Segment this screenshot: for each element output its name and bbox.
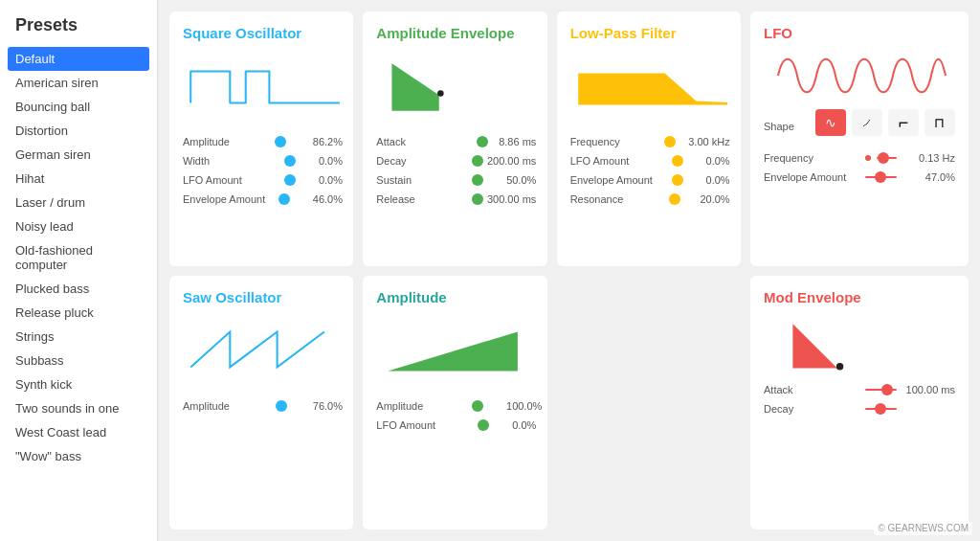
release-label: Release bbox=[376, 193, 472, 205]
sidebar-item-old-fashioned-computer[interactable]: Old-fashioned computer bbox=[0, 238, 157, 277]
decay-row: Decay 200.00 ms bbox=[376, 154, 533, 168]
lfo-panel: LFO Shape ∿ ⟋ ⌐ ⊓ Frequency bbox=[750, 11, 969, 266]
sidebar-item-release-pluck[interactable]: Release pluck bbox=[0, 301, 157, 325]
saw-oscillator-panel: Saw Oscillator Amplitude 76.0% bbox=[169, 276, 353, 530]
sidebar-item-noisy-lead[interactable]: Noisy lead bbox=[0, 214, 157, 238]
sustain-label: Sustain bbox=[376, 174, 472, 186]
sidebar-item-subbass[interactable]: Subbass bbox=[0, 349, 157, 372]
amplitude-label: Amplitude bbox=[183, 136, 278, 147]
sq-lfo-row: LFO Amount 0.0% bbox=[183, 173, 340, 187]
lpf-lfo-value: 0.0% bbox=[678, 155, 730, 167]
amplitude-envelope-waveform bbox=[376, 49, 533, 125]
lfo-title: LFO bbox=[764, 25, 955, 41]
amp-lfo-value: 0.0% bbox=[483, 419, 536, 431]
amplitude-envelope-panel: Amplitude Envelope Attack 8.86 ms Decay bbox=[363, 11, 546, 266]
svg-marker-5 bbox=[389, 331, 519, 371]
lfo-freq-label: Frequency bbox=[764, 152, 859, 164]
lfo-freq-value: 0.13 Hz bbox=[902, 152, 955, 164]
mod-attack-slider[interactable] bbox=[865, 389, 897, 391]
lfo-env-row: Envelope Amount 47.0% bbox=[764, 170, 955, 184]
lowpass-filter-panel: Low-Pass Filter Frequency 3.00 kHz LFO A… bbox=[557, 11, 741, 266]
saw-oscillator-waveform bbox=[183, 313, 340, 390]
mod-envelope-panel: Mod Envelope Attack 100.00 ms Decay bbox=[750, 276, 969, 530]
lfo-dot bbox=[865, 155, 871, 161]
amplitude-value: 86.2% bbox=[290, 136, 343, 147]
square-oscillator-panel: Square Oscillator Amplitude 86.2% Width … bbox=[169, 11, 353, 266]
sidebar-item-distortion[interactable]: Distortion bbox=[0, 119, 157, 143]
saw-amplitude-value: 76.0% bbox=[290, 400, 343, 412]
amp-amplitude-row: Amplitude 100.0% bbox=[376, 399, 533, 413]
shape-ramp-button[interactable]: ⌐ bbox=[888, 109, 919, 136]
amp-amplitude-value: 100.0% bbox=[489, 400, 542, 412]
attack-value: 8.86 ms bbox=[483, 136, 536, 147]
sidebar-item-laser---drum[interactable]: Laser / drum bbox=[0, 191, 157, 214]
saw-amplitude-label: Amplitude bbox=[183, 400, 278, 412]
amplitude-panel: Amplitude Amplitude 100.0% LFO Amount bbox=[363, 276, 546, 530]
sidebar-title: Presets bbox=[0, 15, 157, 47]
svg-point-1 bbox=[437, 90, 444, 97]
sidebar-item-american-siren[interactable]: American siren bbox=[0, 71, 157, 95]
sidebar-item-plucked-bass[interactable]: Plucked bass bbox=[0, 277, 157, 301]
resonance-label: Resonance bbox=[570, 193, 666, 205]
lfo-env-label: Envelope Amount bbox=[764, 171, 859, 183]
lfo-env-slider[interactable] bbox=[865, 176, 897, 178]
resonance-value: 20.0% bbox=[678, 193, 730, 205]
right-column: LFO Shape ∿ ⟋ ⌐ ⊓ Frequency bbox=[750, 11, 969, 530]
amplitude-waveform bbox=[376, 313, 533, 390]
sidebar-item-two-sounds-in-one[interactable]: Two sounds in one bbox=[0, 396, 157, 420]
sustain-value: 50.0% bbox=[483, 174, 536, 186]
sidebar-item--wow--bass[interactable]: "Wow" bass bbox=[0, 444, 157, 468]
release-row: Release 300.00 ms bbox=[376, 192, 533, 206]
shape-label: Shape bbox=[764, 121, 812, 132]
mod-attack-label: Attack bbox=[764, 384, 859, 395]
watermark: © GEARNEWS.COM bbox=[874, 521, 972, 535]
attack-label: Attack bbox=[376, 136, 472, 147]
sustain-row: Sustain 50.0% bbox=[376, 173, 533, 187]
sidebar-item-hihat[interactable]: Hihat bbox=[0, 167, 157, 191]
resonance-row: Resonance 20.0% bbox=[570, 192, 727, 206]
sidebar: Presets DefaultAmerican sirenBouncing ba… bbox=[0, 0, 158, 541]
amp-lfo-row: LFO Amount 0.0% bbox=[376, 418, 533, 432]
mod-attack-value: 100.00 ms bbox=[902, 384, 955, 395]
lfo-freq-slider[interactable] bbox=[877, 157, 897, 159]
release-value: 300.00 ms bbox=[483, 193, 536, 205]
lpf-freq-value: 3.00 kHz bbox=[678, 136, 730, 147]
lpf-freq-row: Frequency 3.00 kHz bbox=[570, 135, 727, 148]
shape-buttons: ∿ ⟋ ⌐ ⊓ bbox=[815, 109, 955, 136]
mod-envelope-waveform bbox=[764, 313, 955, 375]
svg-marker-3 bbox=[792, 324, 836, 368]
sidebar-item-bouncing-ball[interactable]: Bouncing ball bbox=[0, 95, 157, 119]
svg-point-4 bbox=[836, 363, 843, 370]
svg-marker-2 bbox=[578, 74, 727, 105]
lpf-env-row: Envelope Amount 0.0% bbox=[570, 173, 727, 187]
attack-row: Attack 8.86 ms bbox=[376, 135, 533, 148]
sq-lfo-value: 0.0% bbox=[290, 174, 343, 186]
main-content: Square Oscillator Amplitude 86.2% Width … bbox=[158, 0, 980, 541]
lpf-env-value: 0.0% bbox=[678, 174, 730, 186]
lowpass-filter-waveform bbox=[570, 49, 727, 125]
sq-env-label: Envelope Amount bbox=[183, 193, 278, 205]
shape-square-button[interactable]: ⊓ bbox=[924, 109, 955, 136]
lfo-env-value: 47.0% bbox=[902, 171, 955, 183]
sidebar-item-german-siren[interactable]: German siren bbox=[0, 143, 157, 167]
lfo-freq-row: Frequency 0.13 Hz bbox=[764, 151, 955, 165]
lpf-lfo-row: LFO Amount 0.0% bbox=[570, 154, 727, 168]
mod-attack-row: Attack 100.00 ms bbox=[764, 383, 955, 396]
sidebar-item-default[interactable]: Default bbox=[8, 47, 149, 71]
shape-sawtooth-button[interactable]: ⟋ bbox=[852, 109, 882, 136]
sq-lfo-label: LFO Amount bbox=[183, 174, 278, 186]
lpf-env-label: Envelope Amount bbox=[570, 174, 666, 186]
shape-sine-button[interactable]: ∿ bbox=[815, 109, 846, 136]
sidebar-item-synth-kick[interactable]: Synth kick bbox=[0, 372, 157, 396]
sidebar-item-strings[interactable]: Strings bbox=[0, 325, 157, 349]
sidebar-item-west-coast-lead[interactable]: West Coast lead bbox=[0, 420, 157, 444]
saw-amplitude-row: Amplitude 76.0% bbox=[183, 399, 340, 413]
mod-decay-slider[interactable] bbox=[865, 408, 897, 410]
app-container: Presets DefaultAmerican sirenBouncing ba… bbox=[0, 0, 980, 541]
square-oscillator-waveform bbox=[183, 49, 340, 125]
sq-env-row: Envelope Amount 46.0% bbox=[183, 192, 340, 206]
preset-list: DefaultAmerican sirenBouncing ballDistor… bbox=[0, 47, 157, 468]
svg-marker-0 bbox=[392, 63, 439, 110]
mod-envelope-title: Mod Envelope bbox=[764, 289, 955, 305]
width-value: 0.0% bbox=[290, 155, 343, 167]
